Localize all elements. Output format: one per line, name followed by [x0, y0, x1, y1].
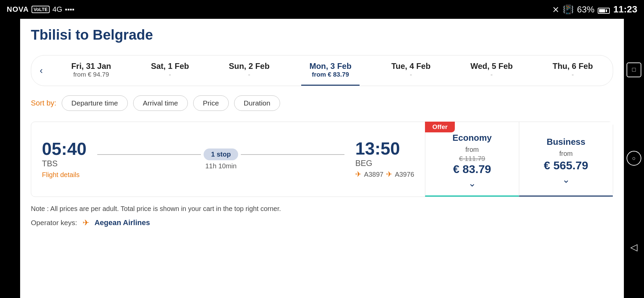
bluetooth-icon: ⨯ — [552, 4, 559, 15]
date-nav-item-4[interactable]: Tue, 4 Feb - — [383, 55, 439, 86]
note-section: Note : All prices are per adult. Total p… — [31, 205, 613, 227]
date-nav-prev[interactable]: ‹ — [31, 59, 51, 82]
operator-keys-label: Operator keys: — [31, 219, 77, 227]
economy-current-price: € 83.79 — [453, 163, 491, 176]
note-text: Note : All prices are per adult. Total p… — [31, 205, 613, 213]
date-nav-item-0[interactable]: Fri, 31 Jan from € 94.79 — [63, 55, 119, 86]
stops-badge: 1 stop — [204, 148, 238, 160]
route-line-right — [241, 154, 344, 155]
arrival-time: 13:50 — [355, 140, 400, 157]
operator-row: Operator keys: ✈ Aegean Airlines — [31, 218, 613, 227]
economy-chevron-icon[interactable]: ⌄ — [468, 178, 476, 189]
flight-info: 05:40 TBS Flight details 1 stop 11h 10mi… — [31, 122, 425, 197]
sort-price-btn[interactable]: Price — [193, 95, 229, 111]
business-col[interactable]: Business from € 565.79 ⌄ — [519, 122, 613, 197]
main-content: Tbilisi to Belgrade ‹ Fri, 31 Jan from €… — [20, 19, 624, 298]
network-type: 4G — [52, 5, 62, 14]
circle-nav-btn[interactable]: ○ — [627, 151, 641, 166]
date-price-1: - — [169, 71, 171, 79]
volte-badge: VoLTE — [32, 6, 50, 13]
economy-label: Economy — [452, 133, 492, 143]
page-title: Tbilisi to Belgrade — [31, 27, 613, 43]
date-price-5: - — [490, 71, 493, 79]
airline-icon-2: ✈ — [386, 170, 392, 179]
status-right: ⨯ 📳 63% 11:23 — [552, 4, 637, 15]
status-bar: NOVA VoLTE 4G ▪▪▪▪ ⨯ 📳 63% 11:23 — [0, 0, 644, 19]
business-current-price: € 565.79 — [544, 159, 588, 172]
business-from: from — [559, 150, 573, 158]
flight-card: 05:40 TBS Flight details 1 stop 11h 10mi… — [31, 122, 613, 197]
route-line-left — [97, 154, 201, 155]
date-nav-item-5[interactable]: Wed, 5 Feb - — [462, 55, 521, 86]
sort-duration-btn[interactable]: Duration — [234, 95, 280, 111]
arrival-airport: BEG — [355, 159, 372, 168]
time-display: 11:23 — [613, 4, 637, 15]
flight-numbers: ✈ A3897 ✈ A3976 — [355, 170, 414, 179]
date-label-1: Sat, 1 Feb — [151, 61, 189, 71]
date-label-3: Mon, 3 Feb — [309, 61, 351, 71]
carrier-name: NOVA — [7, 5, 29, 14]
date-nav-item-6[interactable]: Thu, 6 Feb - — [545, 55, 601, 86]
date-label-4: Tue, 4 Feb — [391, 61, 431, 71]
flight-number-1: A3897 — [364, 171, 383, 178]
date-nav-item-2[interactable]: Sun, 2 Feb - — [221, 55, 277, 86]
pricing-columns: Offer Economy from € 111.79 € 83.79 ⌄ Bu… — [425, 122, 613, 197]
date-label-0: Fri, 31 Jan — [71, 61, 111, 71]
departure-time: 05:40 — [42, 140, 87, 158]
economy-from: from — [466, 146, 479, 154]
economy-old-price: € 111.79 — [459, 155, 485, 163]
date-nav-item-3[interactable]: Mon, 3 Feb from € 83.79 — [301, 55, 359, 86]
date-nav-items: Fri, 31 Jan from € 94.79 Sat, 1 Feb - Su… — [51, 55, 613, 86]
sort-bar: Sort by: Departure time Arrival time Pri… — [31, 95, 613, 111]
economy-col[interactable]: Offer Economy from € 111.79 € 83.79 ⌄ — [425, 122, 519, 197]
status-left: NOVA VoLTE 4G ▪▪▪▪ — [7, 5, 74, 14]
date-nav: ‹ Fri, 31 Jan from € 94.79 Sat, 1 Feb - … — [31, 55, 613, 86]
arrival-block: 13:50 BEG ✈ A3897 ✈ A3976 — [355, 140, 414, 179]
sort-arrival-btn[interactable]: Arrival time — [133, 95, 188, 111]
airline-icon-1: ✈ — [355, 170, 361, 179]
route-line: 1 stop — [97, 148, 344, 160]
departure-block: 05:40 TBS Flight details — [42, 140, 87, 179]
back-nav-btn[interactable]: ◁ — [627, 240, 641, 254]
business-chevron-icon[interactable]: ⌄ — [562, 174, 570, 185]
vibrate-icon: 📳 — [563, 4, 574, 15]
square-nav-btn[interactable]: □ — [627, 62, 641, 77]
date-nav-item-1[interactable]: Sat, 1 Feb - — [143, 55, 197, 86]
business-label: Business — [547, 137, 586, 147]
operator-airline-icon: ✈ — [83, 218, 89, 227]
date-label-5: Wed, 5 Feb — [470, 61, 513, 71]
flight-number-2: A3976 — [395, 171, 414, 178]
signal-icon: ▪▪▪▪ — [65, 6, 74, 13]
departure-airport: TBS — [42, 159, 58, 168]
date-price-6: - — [572, 71, 574, 79]
flight-details-link[interactable]: Flight details — [42, 171, 79, 179]
route-middle: 1 stop 11h 10min — [97, 148, 344, 170]
battery-icon — [598, 4, 610, 15]
date-price-2: - — [248, 71, 251, 79]
date-price-4: - — [410, 71, 412, 79]
duration-text: 11h 10min — [205, 162, 236, 170]
battery-percent: 63% — [577, 4, 594, 15]
android-nav: □ ○ ◁ — [624, 19, 644, 298]
sort-departure-btn[interactable]: Departure time — [62, 95, 128, 111]
sort-label: Sort by: — [31, 99, 56, 108]
operator-name: Aegean Airlines — [95, 218, 150, 227]
date-price-0: from € 94.79 — [73, 71, 109, 78]
date-label-2: Sun, 2 Feb — [229, 61, 269, 71]
date-label-6: Thu, 6 Feb — [553, 61, 593, 71]
date-price-3: from € 83.79 — [312, 71, 349, 78]
offer-badge: Offer — [425, 122, 455, 132]
